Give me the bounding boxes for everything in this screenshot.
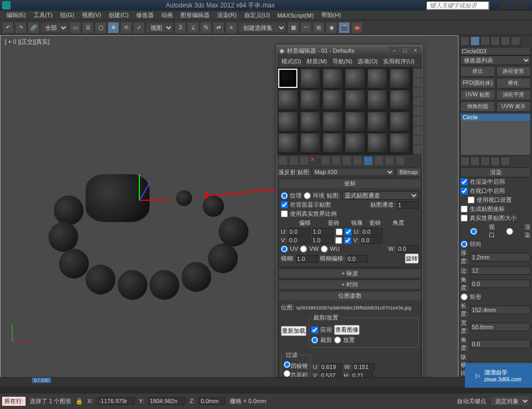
render-setup-icon[interactable]: 🎬	[338, 22, 350, 34]
autokey-button[interactable]: 自动关键点	[457, 397, 486, 405]
ffd-button[interactable]: FFD(圆柱体)	[460, 78, 495, 88]
select-by-mat-icon[interactable]	[413, 136, 422, 144]
u-tile-check[interactable]	[345, 228, 352, 235]
taper-button[interactable]: 锥化	[496, 78, 531, 88]
make-unique-icon[interactable]	[331, 156, 341, 166]
uv-radio[interactable]	[281, 246, 288, 252]
move-icon[interactable]: ✥	[107, 22, 119, 34]
preview-icon[interactable]	[413, 117, 422, 125]
reset-map-icon[interactable]: ✕	[310, 156, 320, 166]
sample-slot[interactable]	[368, 90, 387, 109]
map-type-button[interactable]: Bitmap	[396, 168, 421, 176]
v-tile-check[interactable]	[344, 237, 351, 244]
turbosmooth-button[interactable]: 涡轮平滑	[496, 89, 531, 100]
track-bar[interactable]	[0, 386, 532, 394]
menu-graph[interactable]: 图形编辑器	[177, 11, 213, 20]
hierarchy-tab-icon[interactable]	[480, 36, 490, 46]
radial-radio[interactable]	[461, 241, 468, 248]
channel-input[interactable]	[397, 201, 419, 209]
menu-script[interactable]: MAXScript(M)	[274, 12, 317, 19]
v-mirror-check[interactable]	[335, 237, 342, 244]
modifier-list-select[interactable]: 修改器列表	[460, 55, 531, 65]
percent-snap-icon[interactable]: %	[200, 22, 212, 34]
menu-view[interactable]: 视图(V)	[79, 11, 105, 20]
options-icon[interactable]	[413, 126, 422, 135]
help-search-input[interactable]	[426, 1, 489, 10]
sample-slot[interactable]	[301, 112, 320, 131]
real-world-check[interactable]	[461, 215, 468, 222]
minimize-icon[interactable]	[500, 2, 509, 9]
z-input[interactable]	[199, 397, 226, 405]
realworld-check[interactable]	[281, 210, 288, 217]
region-icon[interactable]: ▢	[95, 22, 106, 34]
v-angle-input[interactable]	[361, 236, 382, 244]
make-copy-icon[interactable]	[321, 156, 330, 166]
me-menu-nav[interactable]: 导航(N)	[330, 57, 354, 66]
render-icon[interactable]: 🫖	[351, 22, 363, 34]
environ-radio[interactable]	[304, 192, 311, 199]
time-slider[interactable]: 0 / 100	[0, 378, 532, 385]
menu-tools[interactable]: 工具(T)	[30, 11, 56, 20]
me-menu-util[interactable]: 实用程序(U)	[381, 57, 417, 66]
reload-button[interactable]: 重新加载	[281, 326, 306, 336]
viewport-radio[interactable]	[461, 228, 487, 235]
gen-coords-check[interactable]	[461, 206, 468, 212]
viewport-label[interactable]: [ + 0 ][正交][真实]	[5, 38, 49, 46]
put-to-scene-icon[interactable]	[289, 156, 298, 166]
show-back-check[interactable]	[281, 201, 288, 208]
thickness-input[interactable]	[470, 253, 530, 261]
layers-icon[interactable]: ▦	[287, 22, 299, 34]
video-check-icon[interactable]	[413, 107, 422, 116]
v-offset-input[interactable]	[288, 236, 310, 244]
pyramidal-radio[interactable]	[284, 361, 290, 368]
get-material-icon[interactable]	[278, 156, 288, 166]
background-icon[interactable]	[413, 88, 422, 96]
menu-custom[interactable]: 自定义(U)	[241, 11, 273, 20]
bitmap-path[interactable]: sp\9198618367adab49dec1f8f8dd4b31c8701e4…	[296, 305, 419, 310]
u-tile-input[interactable]	[312, 228, 334, 235]
display-tab-icon[interactable]	[501, 36, 510, 46]
sample-slot[interactable]	[323, 133, 342, 152]
uv-tile-icon[interactable]	[413, 97, 422, 106]
sample-slot[interactable]	[301, 69, 320, 88]
motion-tab-icon[interactable]	[491, 36, 500, 46]
sample-slot[interactable]	[345, 90, 364, 109]
blur-input[interactable]	[296, 255, 318, 263]
pick-icon[interactable]	[413, 145, 422, 154]
redo-icon[interactable]: ↷	[15, 22, 27, 34]
angle-input[interactable]	[470, 280, 530, 288]
undo-icon[interactable]: ↶	[2, 22, 14, 34]
sample-slot[interactable]	[390, 90, 409, 109]
bevelprofile-button[interactable]: 倒角剖面	[460, 101, 495, 112]
menu-modifier[interactable]: 修改器	[133, 11, 157, 20]
sample-slot[interactable]	[278, 90, 297, 109]
x-input[interactable]	[97, 397, 135, 405]
sample-slot[interactable]	[345, 133, 364, 152]
keymode-select[interactable]: 选定对象	[491, 396, 530, 406]
curve-editor-icon[interactable]: 〰	[300, 22, 312, 34]
y-input[interactable]	[148, 397, 186, 405]
sample-slot[interactable]	[323, 90, 342, 109]
filter-select[interactable]: 全部	[40, 22, 68, 33]
width-input[interactable]	[470, 323, 530, 331]
mapping-select[interactable]: 显式贴图通道	[342, 191, 419, 200]
me-maximize-icon[interactable]: □	[400, 47, 410, 54]
show-end-result-icon[interactable]	[374, 156, 384, 166]
remove-mod-icon[interactable]	[491, 157, 500, 166]
me-menu-mode[interactable]: 模式(D)	[279, 57, 303, 66]
enable-viewport-check[interactable]	[461, 187, 468, 194]
bitmap-rollout-header[interactable]: 位图参数	[279, 291, 421, 300]
noise-rollout-header[interactable]: + 噪波	[279, 269, 421, 278]
me-close-icon[interactable]: ×	[411, 47, 420, 54]
w-angle-input[interactable]	[397, 245, 419, 252]
by-name-icon[interactable]: ☰	[82, 22, 94, 34]
select-icon[interactable]: ▭	[69, 22, 81, 34]
object-name-input[interactable]	[460, 47, 531, 55]
sample-slot[interactable]	[323, 69, 342, 88]
enable-render-check[interactable]	[461, 178, 468, 185]
v-tile-input[interactable]	[312, 236, 333, 244]
menu-create[interactable]: 创建(C)	[105, 11, 131, 20]
utilities-tab-icon[interactable]	[511, 36, 520, 46]
u-offset-input[interactable]	[289, 228, 310, 235]
rect-radio[interactable]	[461, 293, 468, 300]
